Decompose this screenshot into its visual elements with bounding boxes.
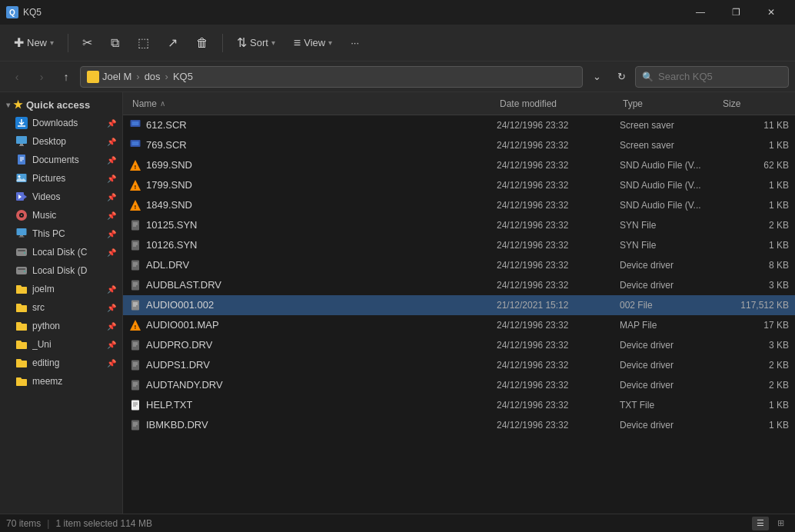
file-icon	[129, 219, 141, 231]
table-row[interactable]: AUDTANDY.DRV 24/12/1996 23:32 Device dri…	[123, 375, 795, 395]
cut-icon: ✂	[82, 35, 92, 50]
search-input[interactable]	[658, 71, 787, 82]
table-row[interactable]: 10125.SYN 24/12/1996 23:32 SYN File 2 KB	[123, 215, 795, 235]
quick-access-star-icon: ★	[13, 98, 23, 111]
file-date-cell: 24/12/1996 23:32	[497, 140, 620, 151]
table-row[interactable]: ! 1849.SND 24/12/1996 23:32 SND Audio Fi…	[123, 195, 795, 215]
table-row[interactable]: AUDBLAST.DRV 24/12/1996 23:32 Device dri…	[123, 275, 795, 295]
table-row[interactable]: IBMKBD.DRV 24/12/1996 23:32 Device drive…	[123, 415, 795, 435]
table-row[interactable]: ! AUDIO001.MAP 24/12/1996 23:32 MAP File…	[123, 315, 795, 335]
details-view-button[interactable]: ☰	[752, 517, 769, 530]
file-size-cell: 117,512 KB	[720, 300, 789, 311]
status-separator: |	[47, 518, 49, 529]
sidebar-item-localdiskc[interactable]: Local Disk (C 📌	[0, 243, 122, 261]
sidebar: ▾ ★ Quick access Downloads 📌 Desktop 📌 D…	[0, 92, 123, 514]
address-dropdown-button[interactable]: ⌄	[586, 66, 607, 88]
file-name-cell: ! 1849.SND	[129, 199, 497, 211]
share-button[interactable]: ↗	[160, 31, 185, 55]
uni-icon	[15, 338, 28, 351]
back-button[interactable]: ‹	[6, 66, 28, 88]
new-dropdown-icon: ▾	[50, 38, 54, 47]
view-button[interactable]: ≡ View ▾	[286, 32, 340, 55]
table-row[interactable]: ADL.DRV 24/12/1996 23:32 Device driver 8…	[123, 255, 795, 275]
file-name-label: HELP.TXT	[146, 399, 192, 411]
new-label: New	[27, 37, 47, 48]
sidebar-item-music-label: Music	[32, 210, 102, 221]
tiles-view-button[interactable]: ⊞	[772, 517, 789, 530]
search-icon: 🔍	[642, 71, 654, 82]
sidebar-item-joelm[interactable]: joelm 📌	[0, 280, 122, 298]
table-row[interactable]: AUDPRO.DRV 24/12/1996 23:32 Device drive…	[123, 335, 795, 355]
col-header-name[interactable]: Name ∧	[129, 92, 497, 115]
table-row[interactable]: ! 1799.SND 24/12/1996 23:32 SND Audio Fi…	[123, 175, 795, 195]
file-name-cell: ! AUDIO001.MAP	[129, 319, 497, 331]
pin-icon-editing: 📌	[107, 359, 116, 367]
col-header-type[interactable]: Type	[620, 92, 720, 115]
quick-access-header[interactable]: ▾ ★ Quick access	[0, 95, 122, 114]
maximize-button[interactable]: ❐	[718, 0, 753, 25]
svg-rect-16	[16, 248, 27, 256]
up-button[interactable]: ↑	[55, 66, 77, 88]
share-icon: ↗	[168, 35, 178, 50]
search-box[interactable]: 🔍	[635, 66, 789, 88]
file-icon: !	[129, 179, 141, 191]
col-header-date[interactable]: Date modified	[497, 92, 620, 115]
file-name-label: ADL.DRV	[146, 259, 189, 271]
sidebar-item-localdiskd[interactable]: Local Disk (D	[0, 261, 122, 280]
sidebar-item-python[interactable]: python 📌	[0, 317, 122, 335]
table-row[interactable]: 10126.SYN 24/12/1996 23:32 SYN File 1 KB	[123, 235, 795, 255]
new-button[interactable]: ✚ New ▾	[6, 31, 62, 55]
col-type-label: Type	[623, 98, 643, 109]
close-button[interactable]: ✕	[753, 0, 789, 25]
table-row[interactable]: AUDPS1.DRV 24/12/1996 23:32 Device drive…	[123, 355, 795, 375]
file-name-label: AUDIO001.002	[146, 299, 214, 311]
sidebar-item-desktop[interactable]: Desktop 📌	[0, 132, 122, 151]
svg-rect-54	[131, 340, 139, 350]
file-date-cell: 21/12/2021 15:12	[497, 300, 620, 311]
file-type-cell: Device driver	[620, 260, 720, 271]
file-icon	[129, 339, 141, 351]
svg-rect-23	[132, 121, 139, 125]
svg-point-18	[24, 252, 25, 254]
delete-icon: 🗑	[196, 36, 208, 50]
table-row[interactable]: HELP.TXT 24/12/1996 23:32 TXT File 1 KB	[123, 395, 795, 415]
sidebar-item-desktop-label: Desktop	[32, 136, 102, 147]
sort-button[interactable]: ⇅ Sort ▾	[229, 31, 283, 55]
sidebar-item-meemz[interactable]: meemz	[0, 372, 122, 391]
view-icon: ≡	[294, 36, 301, 50]
svg-rect-70	[131, 420, 139, 430]
refresh-button[interactable]: ↻	[610, 66, 632, 88]
table-row[interactable]: AUDIO001.002 21/12/2021 15:12 002 File 1…	[123, 295, 795, 315]
minimize-button[interactable]: —	[683, 0, 718, 25]
pin-icon-python: 📌	[107, 322, 116, 331]
sidebar-item-downloads[interactable]: Downloads 📌	[0, 114, 122, 132]
col-name-label: Name	[132, 98, 157, 109]
col-header-size[interactable]: Size	[720, 92, 789, 115]
sidebar-item-meemz-label: meemz	[32, 376, 116, 387]
delete-button[interactable]: 🗑	[188, 32, 216, 55]
file-name-label: AUDBLAST.DRV	[146, 279, 221, 291]
copy-button[interactable]: ⧉	[103, 32, 127, 55]
sidebar-item-src[interactable]: src 📌	[0, 298, 122, 317]
sidebar-item-thispc[interactable]: This PC 📌	[0, 224, 122, 243]
more-button[interactable]: ···	[343, 32, 367, 53]
sidebar-item-editing[interactable]: editing 📌	[0, 354, 122, 372]
sort-label: Sort	[250, 37, 268, 48]
paste-button[interactable]: ⬚	[130, 31, 157, 55]
cut-button[interactable]: ✂	[75, 31, 100, 55]
sidebar-item-music[interactable]: Music 📌	[0, 206, 122, 224]
file-date-cell: 24/12/1996 23:32	[497, 220, 620, 231]
forward-button[interactable]: ›	[31, 66, 52, 88]
sidebar-item-documents[interactable]: Documents 📌	[0, 151, 122, 169]
sidebar-item-uni[interactable]: _Uni 📌	[0, 335, 122, 354]
table-row[interactable]: 612.SCR 24/12/1996 23:32 Screen saver 11…	[123, 115, 795, 135]
file-name-cell: AUDPRO.DRV	[129, 339, 497, 351]
table-row[interactable]: 769.SCR 24/12/1996 23:32 Screen saver 1 …	[123, 135, 795, 155]
table-row[interactable]: ! 1699.SND 24/12/1996 23:32 SND Audio Fi…	[123, 155, 795, 175]
file-icon: !	[129, 199, 141, 211]
sidebar-item-pictures[interactable]: Pictures 📌	[0, 169, 122, 188]
paste-icon: ⬚	[138, 35, 149, 50]
sidebar-item-videos[interactable]: Videos 📌	[0, 188, 122, 206]
svg-rect-19	[16, 267, 27, 274]
address-path[interactable]: Joel M › dos › KQ5	[80, 66, 583, 88]
